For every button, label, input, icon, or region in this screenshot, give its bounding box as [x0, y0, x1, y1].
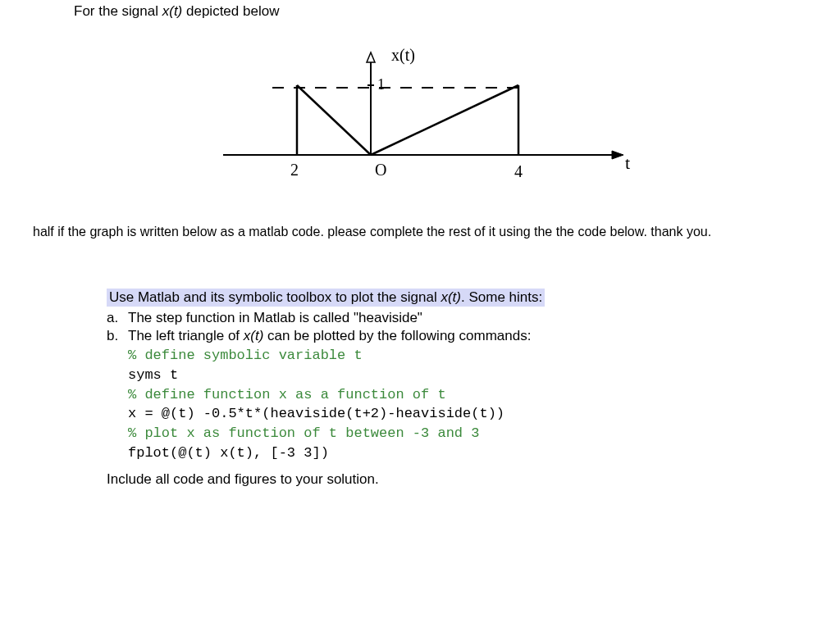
graph-xneg: 2 — [290, 161, 299, 179]
graph-origin: O — [375, 161, 386, 179]
closing-text: Include all code and figures to your sol… — [107, 471, 774, 488]
highlight-instruction: Use Matlab and its symbolic toolbox to p… — [107, 289, 545, 307]
code-line: % define function x as a function of t — [128, 385, 774, 405]
hint-content-a: The step function in Matlab is called "h… — [128, 310, 774, 326]
code-line: syms t — [128, 366, 774, 385]
code-line: % plot x as function of t between -3 and… — [128, 424, 774, 443]
highlight-suffix: . Some hints: — [461, 289, 542, 305]
hint-content-b: The left triangle of x(t) can be plotted… — [128, 328, 774, 344]
intro-suffix: depicted below — [182, 3, 279, 19]
graph-ylabel: x(t) — [391, 46, 415, 65]
graph-ytick: 1 — [377, 76, 385, 93]
graph-xlabel: t — [625, 152, 630, 173]
hint-label-a: a. — [107, 310, 128, 326]
code-block: % define symbolic variable t syms t % de… — [128, 346, 774, 463]
svg-marker-1 — [367, 52, 375, 62]
hint-b-signal: x(t) — [244, 328, 264, 343]
signal-graph: x(t) 1 2 O 4 t — [16, 28, 824, 208]
graph-svg: x(t) 1 2 O 4 t — [190, 28, 650, 208]
code-line: x = @(t) -0.5*t*(heaviside(t+2)-heavisid… — [128, 404, 774, 424]
svg-line-8 — [371, 85, 518, 155]
intro-prefix: For the signal — [74, 3, 162, 19]
graph-xpos: 4 — [514, 162, 523, 180]
hint-b-prefix: The left triangle of — [128, 328, 244, 343]
hint-list: a. The step function in Matlab is called… — [107, 310, 774, 344]
code-line: fplot(@(t) x(t), [-3 3]) — [128, 443, 774, 463]
highlight-signal: x(t) — [441, 289, 461, 305]
intro-signal: x(t) — [162, 3, 183, 19]
hint-label-b: b. — [107, 328, 128, 344]
code-line: % define symbolic variable t — [128, 346, 774, 366]
intro-text: For the signal x(t) depicted below — [74, 3, 824, 20]
question-block: Use Matlab and its symbolic toolbox to p… — [98, 289, 774, 488]
highlight-prefix: Use Matlab and its symbolic toolbox to p… — [109, 289, 441, 305]
svg-line-7 — [297, 85, 371, 155]
hint-item-a: a. The step function in Matlab is called… — [107, 310, 774, 326]
svg-marker-3 — [612, 151, 623, 159]
hint-item-b: b. The left triangle of x(t) can be plot… — [107, 328, 774, 344]
hint-b-suffix: can be plotted by the following commands… — [263, 328, 531, 343]
description-text: half if the graph is written below as a … — [33, 225, 807, 239]
